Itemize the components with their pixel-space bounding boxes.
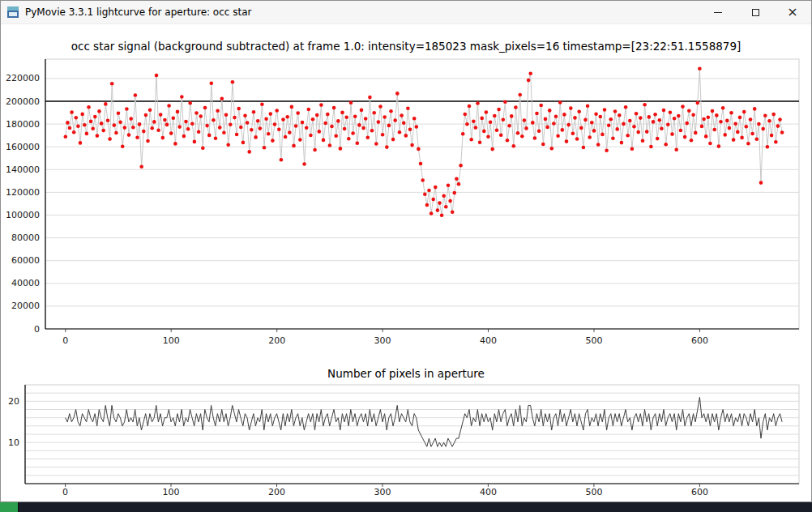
minimize-icon [714,12,722,13]
window-controls: × [699,1,811,23]
plot-frame [45,59,799,329]
x-tick-label: 400 [480,335,497,346]
y-tick-label: 80000 [11,233,40,243]
window-title: PyMovie 3.3.1 lightcurve for aperture: o… [25,6,699,18]
x-tick-label: 200 [268,335,285,346]
taskbar-app-icon[interactable] [0,502,19,512]
x-tick-label: 500 [586,335,603,346]
y-tick-label: 0 [34,324,40,335]
minimize-button[interactable] [699,1,737,23]
maximize-icon [752,9,759,16]
y-tick-label: 200000 [6,96,40,107]
x-tick-label: 300 [374,487,391,497]
close-button[interactable]: × [774,1,811,23]
y-tick-label: 20000 [11,301,40,311]
y-tick-label: 20 [8,396,19,407]
pixels-chart-title: Number of pixels in aperture [327,367,485,380]
titlebar: PyMovie 3.3.1 lightcurve for aperture: o… [1,1,811,24]
chart-area: occ star signal (background subtracted) … [1,24,811,502]
signal-chart[interactable]: occ star signal (background subtracted) … [1,24,811,361]
close-icon: × [787,6,797,19]
x-tick-label: 600 [691,487,708,497]
y-tick-label: 220000 [6,73,40,83]
pixels-chart[interactable]: Number of pixels in aperture 10200100200… [1,365,811,502]
app-icon [6,6,19,19]
maximize-button[interactable] [737,1,774,23]
x-tick-label: 200 [268,487,285,497]
y-tick-label: 60000 [11,255,40,266]
x-tick-label: 500 [585,487,602,497]
app-window: PyMovie 3.3.1 lightcurve for aperture: o… [0,0,812,502]
y-tick-label: 10 [8,437,19,448]
y-tick-label: 180000 [6,119,40,130]
y-tick-label: 120000 [6,187,40,198]
x-tick-label: 400 [480,487,497,497]
x-tick-label: 600 [691,335,708,346]
y-tick-label: 140000 [6,164,40,175]
taskbar [0,502,812,512]
y-tick-label: 160000 [6,142,40,152]
x-tick-label: 100 [163,335,180,346]
x-tick-label: 300 [374,335,391,346]
x-tick-label: 100 [163,487,180,497]
x-tick-label: 0 [62,487,68,497]
y-tick-label: 100000 [6,210,40,220]
x-tick-label: 0 [62,335,68,346]
signal-chart-title: occ star signal (background subtracted) … [71,40,741,53]
y-tick-label: 40000 [11,278,40,288]
